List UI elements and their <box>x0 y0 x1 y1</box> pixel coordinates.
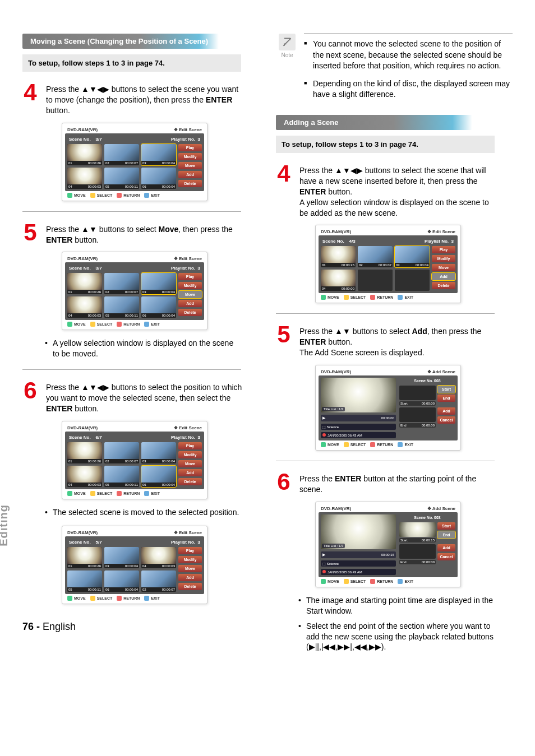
osd-thumbnail[interactable]: 0400:00:03 <box>67 466 102 487</box>
osd-foot-exit: EXIT <box>144 596 160 601</box>
osd-add-scene: DVD-RAM(VR)❖ Add Scene Title List : 1/7 … <box>315 502 461 587</box>
text: Press the <box>46 225 81 234</box>
osd-move-button[interactable]: Move <box>432 264 455 271</box>
step-number: 6 <box>22 380 38 401</box>
osd-title-left: DVD-RAM(VR) <box>67 425 98 430</box>
thumbnail-image <box>67 273 102 290</box>
bold-text: ENTER <box>46 235 72 244</box>
osd-thumbnail[interactable]: 0400:00:03 <box>67 168 102 189</box>
osd-foot-select: SELECT <box>90 491 113 496</box>
osd-delete-button[interactable]: Delete <box>178 583 202 590</box>
start-thumb <box>399 386 436 400</box>
osd-edit-scene: DVD-RAM(VR)❖ Edit Scene Scene No. 3/7Pla… <box>62 252 207 330</box>
osd-cancel-button[interactable]: Cancel <box>437 416 455 424</box>
osd-thumbnail[interactable]: 0500:00:11 <box>104 296 139 318</box>
osd-add-button[interactable]: Add <box>437 407 455 415</box>
osd-cancel-button[interactable]: Cancel <box>437 553 455 560</box>
thumbnail-image <box>104 547 139 564</box>
osd-thumbnail[interactable]: 0200:00:07 <box>358 246 393 267</box>
osd-modify-button[interactable]: Modify <box>178 451 202 458</box>
osd-play-button[interactable]: Play <box>178 144 202 151</box>
bullet: The image and starting point time are di… <box>298 595 495 616</box>
right-step-6: 6 Press the ENTER button at the starting… <box>276 471 513 495</box>
osd-end-button[interactable]: End <box>437 395 455 402</box>
osd-thumbnail[interactable]: 0100:00:26 <box>67 547 102 568</box>
osd-add-button[interactable]: Add <box>178 300 202 307</box>
osd-modify-button[interactable]: Modify <box>432 255 455 262</box>
osd-thumbnail[interactable]: 0200:00:07 <box>104 144 139 165</box>
osd-delete-button[interactable]: Delete <box>178 180 202 187</box>
osd-thumbnail[interactable]: 0600:00:04 <box>141 466 176 487</box>
osd-thumbnail[interactable]: 0100:00:26 <box>321 246 356 267</box>
osd-thumbnail[interactable]: 0600:00:04 <box>141 296 176 318</box>
thumbnail-caption: 0400:00:03 <box>67 483 102 487</box>
osd-modify-button[interactable]: Modify <box>178 282 202 289</box>
osd-play-button[interactable]: Play <box>178 547 202 554</box>
osd-add-button[interactable]: Add <box>178 574 202 581</box>
thumbnail-caption: 0100:00:26 <box>67 161 102 165</box>
thumbnail-image <box>67 296 102 313</box>
osd-add-button[interactable]: Add <box>437 544 455 551</box>
osd-delete-button[interactable]: Delete <box>178 309 202 316</box>
osd-thumbnail[interactable]: 0600:00:04 <box>141 168 176 189</box>
thumbnail-image <box>141 466 176 483</box>
note-label: Note <box>281 52 293 58</box>
osd-thumbnail[interactable]: 0200:00:07 <box>104 273 139 294</box>
osd-thumbnail[interactable]: 0200:00:07 <box>141 571 176 592</box>
osd-foot-return: RETURN <box>370 295 393 300</box>
step-number: 5 <box>22 222 38 243</box>
osd-scene-no: Scene No. 003 <box>399 378 455 384</box>
osd-play-button[interactable]: Play <box>178 273 202 280</box>
osd-thumbnail[interactable]: 0500:00:11 <box>67 571 102 592</box>
osd-thumbnail[interactable]: 0600:00:04 <box>104 571 139 592</box>
end-thumb <box>399 407 436 422</box>
osd-thumbnail[interactable]: 0300:00:04 <box>141 144 176 165</box>
osd-add-button[interactable]: Add <box>178 171 202 178</box>
osd-thumbnail[interactable]: 0200:00:07 <box>104 442 139 463</box>
osd-start-button[interactable]: Start <box>437 386 455 393</box>
osd-thumbnail[interactable]: 0400:00:00 <box>321 270 356 291</box>
osd-thumbnail[interactable]: 0300:00:04 <box>104 547 139 568</box>
osd-thumbnail[interactable]: 0400:00:03 <box>67 296 102 318</box>
osd-foot-select: SELECT <box>90 596 113 601</box>
osd-start-button[interactable]: Start <box>437 522 455 530</box>
end-time: End00:00:00 <box>399 560 436 564</box>
osd-thumbnail[interactable]: 0400:00:03 <box>141 547 176 568</box>
osd-thumbnail[interactable]: 0300:00:04 <box>141 442 176 463</box>
osd-foot-exit: EXIT <box>144 193 160 198</box>
thumbnail-image <box>67 442 102 459</box>
osd-move-button[interactable]: Move <box>178 162 202 169</box>
osd-date-line: JAN/20/2005 06:43 AM <box>321 432 396 438</box>
osd-add-button[interactable]: Add <box>178 469 202 476</box>
bold-text: ENTER <box>335 474 361 483</box>
text: Press the <box>46 85 81 94</box>
text: button. <box>326 187 352 196</box>
osd-title-right: ❖ Edit Scene <box>174 425 202 430</box>
osd-end-button[interactable]: End <box>437 531 455 539</box>
osd-play-button[interactable]: Play <box>432 246 455 253</box>
osd-move-button[interactable]: Move <box>178 460 202 467</box>
osd-thumbnail[interactable]: 0300:00:04 <box>141 273 176 294</box>
osd-delete-button[interactable]: Delete <box>432 282 455 289</box>
osd-modify-button[interactable]: Modify <box>178 153 202 160</box>
osd-title-left: DVD-RAM(VR) <box>321 229 351 234</box>
osd-time-line: ▶00:00:15 <box>321 551 396 558</box>
thumbnail-caption: 0500:00:11 <box>104 184 139 189</box>
osd-move-button[interactable]: Move <box>178 565 202 572</box>
osd-modify-button[interactable]: Modify <box>178 556 202 563</box>
osd-play-button[interactable]: Play <box>178 442 202 449</box>
osd-thumbnail[interactable]: 0100:00:26 <box>67 144 102 165</box>
osd-thumbnail[interactable]: 0500:00:11 <box>104 168 139 189</box>
text: buttons to select <box>97 225 159 234</box>
thumbnail-caption: 0500:00:11 <box>67 587 102 592</box>
setup-bar-left: To setup, follow steps 1 to 3 in page 74… <box>22 54 241 72</box>
osd-thumbnail[interactable]: 0100:00:26 <box>67 442 102 463</box>
thumbnail-caption: 0200:00:07 <box>358 263 393 267</box>
osd-thumbnail[interactable]: 0500:00:11 <box>104 466 139 487</box>
thumbnail-caption: 0300:00:04 <box>104 564 139 568</box>
osd-delete-button[interactable]: Delete <box>178 478 202 485</box>
osd-thumbnail[interactable]: 0100:00:26 <box>67 273 102 294</box>
osd-thumbnail[interactable]: 0300:00:04 <box>395 246 430 267</box>
osd-move-button[interactable]: Move <box>178 291 202 298</box>
osd-add-button[interactable]: Add <box>432 273 455 280</box>
